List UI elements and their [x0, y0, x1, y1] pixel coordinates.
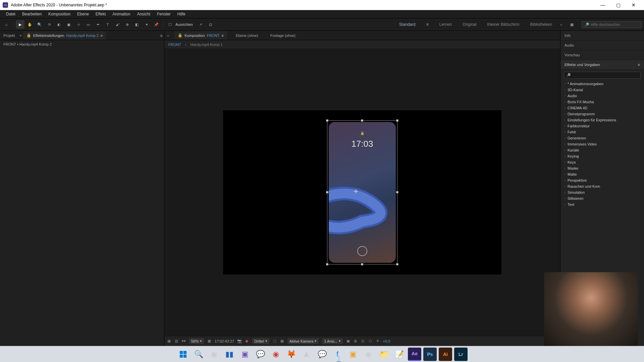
panel-info[interactable]: Info [560, 31, 644, 41]
snap-opt-1[interactable]: ↗ [197, 20, 205, 29]
panel-audio[interactable]: Audio [560, 41, 644, 50]
effect-category[interactable]: ›Stilisieren [560, 195, 644, 201]
taskbar-taskview[interactable]: ▣ [207, 348, 221, 361]
project-tab[interactable]: Projekt [0, 32, 18, 40]
effect-controls-tab[interactable]: 🔒 Effekteinstellungen Handy.mp4 Komp 2 ≡ [23, 31, 106, 40]
taskbar-messenger[interactable]: 💬 [315, 348, 329, 361]
effect-category[interactable]: ›Generieren [560, 135, 644, 141]
menu-file[interactable]: Datei [3, 10, 19, 18]
taskbar-whatsapp[interactable]: 💬 [254, 348, 267, 361]
close-button[interactable]: ✕ [626, 0, 641, 10]
effect-category[interactable]: ›Immersives Video [560, 141, 644, 147]
menu-composition[interactable]: Komposition [45, 10, 74, 18]
anchor-tool[interactable]: ⊹ [74, 20, 83, 29]
effect-category[interactable]: ›Kanäle [560, 147, 644, 153]
panel-menu-icon[interactable]: ≡ [638, 63, 640, 67]
panel-preview[interactable]: Vorschau [560, 50, 644, 60]
transform-handle[interactable] [326, 263, 328, 265]
transparency-icon[interactable]: ▩ [207, 339, 211, 343]
effect-category[interactable]: ›Rauschen und Korn [560, 183, 644, 189]
menu-view[interactable]: Ansicht [134, 10, 154, 18]
panel-overflow-icon[interactable]: » [160, 33, 163, 38]
taskbar-photoshop[interactable]: Ps [423, 348, 437, 361]
effect-category[interactable]: ›* Animationsvorgaben [560, 81, 644, 87]
camera-tool[interactable]: ▣ [64, 20, 73, 29]
taskbar-firefox[interactable]: 🦊 [284, 348, 298, 361]
rotation-tool[interactable]: ◐ [55, 20, 63, 29]
eraser-tool[interactable]: ◧ [132, 20, 141, 29]
roto-tool[interactable]: ✦ [142, 20, 151, 29]
menu-layer[interactable]: Ebene [74, 10, 92, 18]
workspace-learn[interactable]: Lernen [437, 21, 454, 28]
zoom-tool[interactable]: 🔍 [35, 20, 44, 29]
exposure-value[interactable]: +0,0 [383, 339, 390, 343]
composition-viewer[interactable]: 🔒 17:03 [164, 49, 560, 336]
mask-icon[interactable]: 👓 [182, 339, 186, 343]
start-button[interactable] [176, 348, 190, 361]
transform-handle[interactable] [396, 263, 398, 265]
comp-tab-nav-icon[interactable]: « [167, 34, 169, 38]
snap-toggle[interactable]: ☐ [166, 20, 174, 29]
grid-icon[interactable]: ▦ [167, 339, 171, 343]
selected-layer-bounds[interactable]: 🔒 17:03 [327, 120, 397, 264]
taskbar-notepad[interactable]: 📝 [392, 348, 406, 361]
taskbar-app-2[interactable]: ◉ [269, 348, 282, 361]
effect-category[interactable]: ›Perspektive [560, 177, 644, 183]
resolution-select[interactable]: Drittel ▾ [252, 338, 269, 344]
selection-tool[interactable]: ▶ [16, 20, 24, 29]
maximize-button[interactable]: ▢ [610, 0, 626, 10]
workspace-menu-icon[interactable]: ≡ [424, 21, 431, 28]
comp-tab-menu-icon[interactable]: ≡ [222, 34, 224, 38]
taskbar-app-4[interactable]: ▣ [346, 348, 360, 361]
workspace-overflow-icon[interactable]: » [560, 22, 562, 26]
transparency-grid-icon[interactable]: ▦ [280, 339, 284, 343]
preview-timecode[interactable]: 17:02:42:27 [215, 339, 234, 343]
effect-category[interactable]: ›Fehlt [560, 129, 644, 135]
snapshot-icon[interactable]: 📷 [237, 339, 241, 343]
shape-tool[interactable]: ▭ [84, 20, 93, 29]
playhead[interactable] [339, 356, 339, 362]
workspace-original[interactable]: Original [460, 21, 479, 28]
search-help-input[interactable] [591, 22, 639, 26]
transform-handle[interactable] [396, 119, 398, 122]
effect-category[interactable]: ›CINEMA 4D [560, 105, 644, 111]
effect-category[interactable]: ›Simulation [560, 189, 644, 195]
minimize-button[interactable]: — [595, 0, 610, 10]
layer-tab[interactable]: Ebene (ohne) [232, 32, 262, 40]
vf-icon-b[interactable]: ⊞ [354, 339, 358, 343]
orbit-tool[interactable]: ⟳ [45, 20, 54, 29]
views-select[interactable]: 1 Ansi... ▾ [322, 338, 342, 344]
menu-edit[interactable]: Bearbeiten [19, 10, 45, 18]
zoom-select[interactable]: 50% ▾ [189, 338, 204, 344]
search-help[interactable]: 🔎 [582, 21, 642, 28]
pen-tool[interactable]: ✒ [94, 20, 102, 29]
share-icon[interactable]: ▦ [568, 20, 576, 29]
effects-search[interactable]: 🔎 [564, 72, 641, 79]
vf-icon-d[interactable]: ⬡ [368, 339, 372, 343]
ec-tab-menu-icon[interactable]: ≡ [101, 34, 103, 38]
taskbar-app-1[interactable]: ▣ [238, 348, 252, 361]
menu-effect[interactable]: Effekt [92, 10, 109, 18]
panel-effects[interactable]: Effekte und Vorgaben ≡ [560, 60, 644, 70]
taskbar-after-effects[interactable]: Ae [408, 348, 421, 361]
transform-handle[interactable] [326, 191, 328, 193]
footage-tab[interactable]: Footage (ohne) [267, 32, 299, 40]
channel-icon[interactable]: ◉ [245, 339, 249, 343]
taskbar-app-3[interactable]: ♟ [300, 348, 313, 361]
workspace-small[interactable]: Kleiner Bildschirm [484, 21, 522, 28]
taskbar-lightroom[interactable]: Lr [454, 348, 468, 361]
home-tool[interactable]: ⌂ [2, 20, 11, 29]
taskbar-explorer[interactable]: ▮▮ [223, 348, 236, 361]
hand-tool[interactable]: ✋ [25, 20, 34, 29]
transform-handle[interactable] [361, 119, 363, 122]
effect-category[interactable]: ›Maske [560, 165, 644, 171]
workspace-libraries[interactable]: Bibliotheken [527, 21, 554, 28]
effect-category[interactable]: ›3D-Kanal [560, 87, 644, 93]
effect-category[interactable]: ›Boris FX Mocha [560, 99, 644, 105]
exposure-reset-icon[interactable]: ☀ [376, 339, 380, 343]
taskbar-folder[interactable]: 📁 [377, 348, 390, 361]
anchor-point-icon[interactable] [354, 189, 358, 193]
vf-icon-a[interactable]: ▣ [346, 339, 350, 343]
menu-animation[interactable]: Animation [109, 10, 133, 18]
effect-category[interactable]: ›Audio [560, 93, 644, 99]
